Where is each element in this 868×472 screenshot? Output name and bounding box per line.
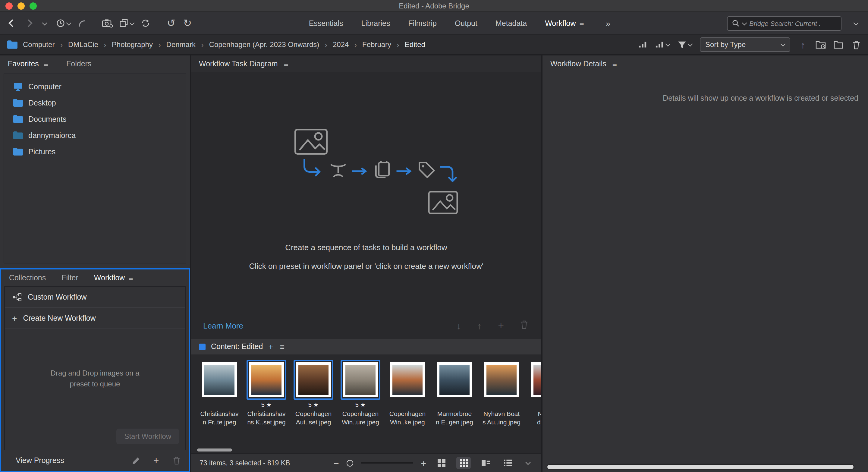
redo-button[interactable]: ↻ bbox=[183, 17, 192, 30]
tab-favorites[interactable]: Favorites bbox=[8, 60, 39, 68]
content-horizontal-scrollbar[interactable] bbox=[197, 448, 232, 451]
filter-button[interactable] bbox=[678, 38, 692, 51]
sort-ascending-button[interactable]: ↑ bbox=[798, 38, 808, 51]
zoom-in-button[interactable]: + bbox=[421, 459, 426, 468]
toolbar: ↺ ↻ Essentials Libraries Filmstrip Outpu… bbox=[0, 12, 868, 35]
favorite-item-computer[interactable]: Computer bbox=[4, 78, 186, 95]
stack-button[interactable] bbox=[119, 17, 134, 30]
search-input[interactable] bbox=[749, 20, 837, 27]
select-all-checkbox[interactable] bbox=[199, 343, 206, 350]
tab-output[interactable]: Output bbox=[455, 19, 477, 27]
move-task-down-button[interactable]: ↓ bbox=[456, 321, 461, 331]
breadcrumb-dmlacie[interactable]: DMLaCie bbox=[68, 40, 98, 49]
edit-workflow-button[interactable] bbox=[131, 454, 141, 467]
thumbnail-size-slider-handle[interactable] bbox=[347, 460, 353, 466]
tab-folders[interactable]: Folders bbox=[66, 60, 91, 68]
sort-by-select[interactable]: Sort by Type bbox=[700, 37, 790, 52]
task-diagram-menu-icon[interactable]: ≡ bbox=[284, 59, 288, 68]
favorite-item-label: Desktop bbox=[28, 99, 56, 107]
move-task-up-button[interactable]: ↑ bbox=[477, 321, 482, 331]
forward-button[interactable] bbox=[24, 17, 33, 30]
preview-quality-button[interactable] bbox=[655, 38, 670, 51]
breadcrumb-2024[interactable]: 2024 bbox=[333, 40, 349, 49]
content-menu-icon[interactable]: ≡ bbox=[280, 342, 284, 351]
tab-filmstrip[interactable]: Filmstrip bbox=[408, 19, 436, 27]
view-grid-button[interactable] bbox=[456, 457, 471, 469]
start-workflow-button[interactable]: Start Workflow bbox=[116, 429, 179, 444]
view-list-button[interactable] bbox=[501, 457, 516, 469]
zoom-out-button[interactable]: − bbox=[334, 459, 339, 468]
view-progress-button[interactable]: View Progress bbox=[16, 456, 64, 465]
tag-icon bbox=[417, 160, 436, 180]
undo-button[interactable]: ↺ bbox=[166, 17, 176, 30]
thumbnail-item[interactable]: 5 ★ Copenhagen Win..ure jpeg bbox=[339, 360, 381, 453]
preset-custom-workflow[interactable]: Custom Workflow bbox=[5, 287, 185, 308]
recent-folder-button[interactable] bbox=[815, 38, 826, 51]
workspace-overflow-button[interactable]: » bbox=[606, 19, 611, 28]
create-new-workflow-button[interactable]: + Create New Workflow bbox=[5, 308, 185, 329]
boomerang-button[interactable] bbox=[77, 17, 87, 30]
workflow-panel-menu-icon[interactable]: ≡ bbox=[128, 273, 133, 282]
thumbnail-item[interactable]: Christianshav n Fr..te jpeg bbox=[198, 360, 241, 453]
thumbnail-item[interactable]: Nyhavn Boat s Au..ing jpeg bbox=[480, 360, 523, 453]
sync-button[interactable] bbox=[141, 17, 150, 30]
minimize-window-button[interactable] bbox=[18, 2, 25, 10]
breadcrumb-separator: › bbox=[201, 40, 204, 49]
trash-icon bbox=[173, 456, 180, 465]
search-icon bbox=[732, 19, 740, 27]
add-task-button[interactable]: + bbox=[498, 321, 504, 331]
tab-filter[interactable]: Filter bbox=[61, 274, 79, 282]
breadcrumb-photography[interactable]: Photography bbox=[112, 40, 153, 49]
breadcrumb-separator: › bbox=[60, 40, 63, 49]
delete-task-button[interactable] bbox=[520, 320, 528, 332]
thumbnail-item[interactable]: Nyhavn dy Day i bbox=[527, 360, 541, 453]
thumbnail-item[interactable]: 5 ★ Copenhagen Aut..set jpeg bbox=[292, 360, 335, 453]
delete-workflow-button[interactable] bbox=[172, 454, 181, 467]
breadcrumb-february[interactable]: February bbox=[362, 40, 391, 49]
back-button[interactable] bbox=[7, 17, 17, 30]
breadcrumb-denmark[interactable]: Denmark bbox=[166, 40, 195, 49]
view-options-button[interactable] bbox=[523, 456, 533, 470]
zoom-window-button[interactable] bbox=[30, 2, 37, 10]
favorite-item-documents[interactable]: Documents bbox=[4, 111, 186, 127]
favorite-item-home[interactable]: dannymaiorca bbox=[4, 127, 186, 144]
history-button[interactable] bbox=[56, 17, 70, 30]
breadcrumb-edited[interactable]: Edited bbox=[405, 40, 425, 49]
thumbnail-rating[interactable]: 5 ★ bbox=[261, 401, 272, 409]
view-details-button[interactable] bbox=[478, 457, 493, 469]
tab-workflow-panel[interactable]: Workflow bbox=[94, 274, 125, 282]
view-grid-large-button[interactable] bbox=[434, 457, 448, 469]
toolbar-collapse-button[interactable] bbox=[851, 17, 861, 30]
tab-collections[interactable]: Collections bbox=[9, 274, 46, 282]
add-workflow-button[interactable]: + bbox=[151, 454, 161, 467]
thumbnail-item[interactable]: 5 ★ Christianshav ns K..set jpeg bbox=[245, 360, 287, 453]
details-horizontal-scrollbar[interactable] bbox=[547, 465, 854, 469]
workflow-details-menu-icon[interactable]: ≡ bbox=[613, 59, 617, 68]
close-window-button[interactable] bbox=[5, 2, 13, 10]
get-photos-button[interactable] bbox=[102, 17, 113, 30]
breadcrumb-computer[interactable]: Computer bbox=[23, 40, 55, 49]
favorite-item-pictures[interactable]: Pictures bbox=[4, 144, 186, 160]
breadcrumb-copenhagen[interactable]: Copenhagen (Apr. 2023 Onwards) bbox=[209, 40, 319, 49]
tab-essentials[interactable]: Essentials bbox=[309, 19, 343, 27]
thumbnail-item[interactable]: Marmorbroe n E..gen jpeg bbox=[433, 360, 475, 453]
favorites-panel-menu-icon[interactable]: ≡ bbox=[44, 59, 48, 68]
favorite-item-desktop[interactable]: Desktop bbox=[4, 95, 186, 111]
thumbnail-item[interactable]: Copenhagen Win..ke jpeg bbox=[386, 360, 429, 453]
tab-workflow[interactable]: Workflow bbox=[545, 19, 576, 27]
workflow-tab-menu-icon[interactable]: ≡ bbox=[580, 19, 584, 28]
tab-libraries[interactable]: Libraries bbox=[361, 19, 390, 27]
bridge-search-box[interactable] bbox=[727, 16, 841, 30]
search-scope-chevron-icon[interactable] bbox=[742, 20, 747, 25]
thumbnail-quality-button[interactable] bbox=[638, 38, 647, 51]
thumbnail-size-slider-track[interactable] bbox=[361, 462, 413, 464]
thumbnail-name-line2: n E..gen jpeg bbox=[436, 418, 473, 426]
content-add-button[interactable]: + bbox=[268, 342, 273, 351]
delete-button[interactable] bbox=[851, 38, 861, 51]
thumbnail-rating[interactable]: 5 ★ bbox=[355, 401, 366, 409]
thumbnail-rating[interactable]: 5 ★ bbox=[308, 401, 319, 409]
new-folder-button[interactable] bbox=[834, 38, 843, 51]
nav-dropdown-button[interactable] bbox=[40, 17, 50, 30]
learn-more-link[interactable]: Learn More bbox=[203, 321, 243, 331]
tab-metadata[interactable]: Metadata bbox=[495, 19, 527, 27]
